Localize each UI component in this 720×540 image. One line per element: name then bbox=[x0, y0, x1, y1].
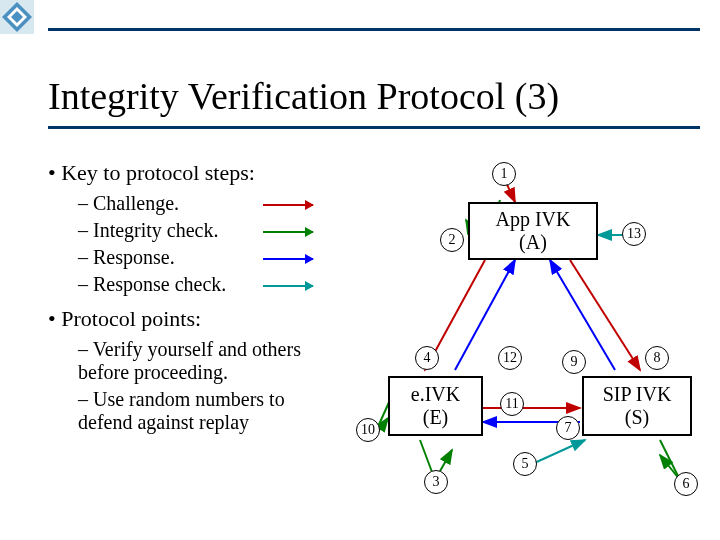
step-circle-2: 2 bbox=[440, 228, 464, 252]
page-title: Integrity Verification Protocol (3) bbox=[48, 74, 559, 118]
bullet-column: Key to protocol steps: Challenge. Integr… bbox=[48, 160, 368, 438]
title-underline bbox=[48, 126, 700, 129]
bullet-label: Response. bbox=[93, 246, 175, 268]
step-circle-11: 11 bbox=[500, 392, 524, 416]
arrow-legend-green bbox=[263, 231, 313, 233]
header-rule bbox=[48, 28, 700, 31]
step-circle-12: 12 bbox=[498, 346, 522, 370]
bullet-response: Response. bbox=[78, 246, 368, 269]
box-title: SIP IVK bbox=[603, 383, 672, 406]
bullet-label: Integrity check. bbox=[93, 219, 219, 241]
bullet-random: Use random numbers to defend against rep… bbox=[78, 388, 338, 434]
bullet-challenge: Challenge. bbox=[78, 192, 368, 215]
step-circle-9: 9 bbox=[562, 350, 586, 374]
step-circle-7: 7 bbox=[556, 416, 580, 440]
step-circle-10: 10 bbox=[356, 418, 380, 442]
slide-logo-icon bbox=[0, 0, 34, 34]
box-eivk: e.IVK (E) bbox=[388, 376, 483, 436]
step-circle-3: 3 bbox=[424, 470, 448, 494]
step-circle-5: 5 bbox=[513, 452, 537, 476]
box-sub: (S) bbox=[625, 406, 649, 429]
content-area: Key to protocol steps: Challenge. Integr… bbox=[48, 160, 700, 530]
box-sip-ivk: SIP IVK (S) bbox=[582, 376, 692, 436]
box-app-ivk: App IVK (A) bbox=[468, 202, 598, 260]
step-circle-8: 8 bbox=[645, 346, 669, 370]
bullet-integrity-check: Integrity check. bbox=[78, 219, 368, 242]
arrow-legend-red bbox=[263, 204, 313, 206]
step-circle-13: 13 bbox=[622, 222, 646, 246]
bullet-response-check: Response check. bbox=[78, 273, 368, 296]
box-title: e.IVK bbox=[411, 383, 460, 406]
bullet-verify: Verify yourself and others before procee… bbox=[78, 338, 338, 384]
step-circle-6: 6 bbox=[674, 472, 698, 496]
protocol-diagram: App IVK (A) e.IVK (E) SIP IVK (S) 1 2 13… bbox=[360, 160, 700, 520]
bullet-label: Challenge. bbox=[93, 192, 179, 214]
arrow-legend-teal bbox=[263, 285, 313, 287]
arrow-legend-blue bbox=[263, 258, 313, 260]
svg-line-14 bbox=[530, 440, 585, 465]
box-title: App IVK bbox=[496, 208, 571, 231]
step-circle-1: 1 bbox=[492, 162, 516, 186]
bullet-heading-steps: Key to protocol steps: bbox=[48, 160, 368, 186]
bullet-label: Response check. bbox=[93, 273, 226, 295]
box-sub: (E) bbox=[423, 406, 449, 429]
box-sub: (A) bbox=[519, 231, 547, 254]
bullet-heading-points: Protocol points: bbox=[48, 306, 368, 332]
step-circle-4: 4 bbox=[415, 346, 439, 370]
